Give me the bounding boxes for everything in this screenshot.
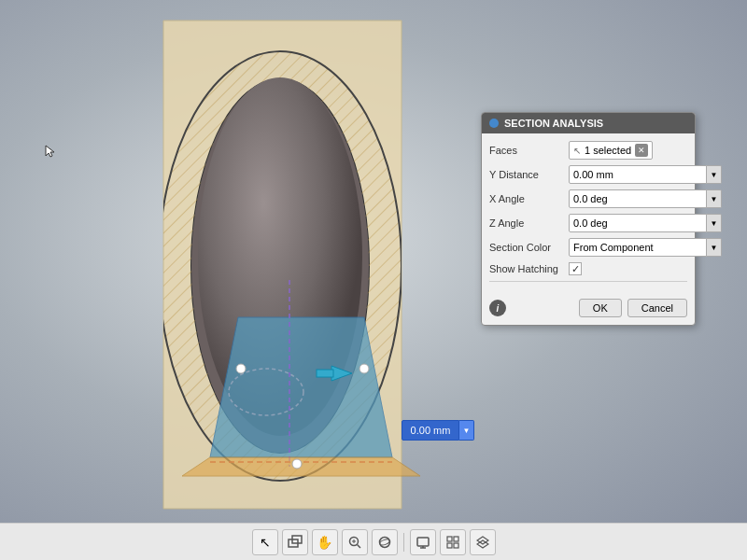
y-distance-row: Y Distance 0.00 mm ▼ xyxy=(489,165,687,184)
section-color-label: Section Color xyxy=(489,242,569,253)
svg-rect-34 xyxy=(454,543,458,548)
y-distance-dropdown[interactable]: ▼ xyxy=(707,165,722,184)
value-input-dropdown[interactable]: ▼ xyxy=(459,420,474,441)
x-angle-row: X Angle 0.0 deg ▼ xyxy=(489,189,687,208)
svg-rect-14 xyxy=(317,370,333,377)
section-color-dropdown[interactable]: ▼ xyxy=(707,238,722,257)
z-angle-value: 0.0 deg ▼ xyxy=(569,214,722,232)
faces-selected-display[interactable]: ↖ 1 selected ✕ xyxy=(569,141,653,160)
info-button[interactable]: i xyxy=(489,300,506,316)
cancel-button[interactable]: Cancel xyxy=(627,299,687,317)
divider xyxy=(489,281,687,282)
svg-point-16 xyxy=(359,364,369,373)
svg-rect-31 xyxy=(447,537,452,541)
svg-rect-33 xyxy=(447,543,452,548)
faces-clear-button[interactable]: ✕ xyxy=(635,144,648,157)
pan-tool-button[interactable]: ✋ xyxy=(312,529,338,555)
x-angle-label: X Angle xyxy=(489,193,569,204)
section-color-row: Section Color From Component ▼ xyxy=(489,238,687,257)
section-color-input[interactable]: From Component xyxy=(569,238,707,257)
svg-marker-9 xyxy=(210,317,392,457)
x-angle-input[interactable]: 0.0 deg xyxy=(569,189,707,208)
orbit-tool-button[interactable] xyxy=(372,529,398,555)
z-angle-dropdown[interactable]: ▼ xyxy=(707,214,722,232)
z-angle-row: Z Angle 0.0 deg ▼ xyxy=(489,214,687,232)
faces-value: ↖ 1 selected ✕ xyxy=(569,141,687,160)
x-angle-dropdown[interactable]: ▼ xyxy=(707,189,722,208)
svg-point-26 xyxy=(379,537,389,547)
grid-tool-button[interactable] xyxy=(440,529,466,555)
dialog-action-buttons: OK Cancel xyxy=(579,299,687,317)
y-distance-input[interactable]: 0.00 mm xyxy=(569,165,707,184)
dialog-title: SECTION ANALYSIS xyxy=(504,118,603,129)
component-tool-button[interactable] xyxy=(282,529,308,555)
svg-point-17 xyxy=(292,459,302,469)
svg-rect-32 xyxy=(454,537,458,541)
svg-marker-19 xyxy=(46,146,54,157)
show-hatching-value: ✓ xyxy=(569,262,687,275)
zoom-tool-button[interactable] xyxy=(342,529,368,555)
z-angle-input[interactable]: 0.0 deg xyxy=(569,214,707,232)
dialog-footer: i OK Cancel xyxy=(482,295,695,325)
faces-label: Faces xyxy=(489,145,569,156)
toolbar-separator-1 xyxy=(403,533,404,552)
display-tool-button[interactable] xyxy=(410,529,436,555)
value-input-area: 0.00 mm ▼ xyxy=(402,420,474,441)
select-tool-button[interactable]: ↖ xyxy=(252,529,278,555)
section-analysis-dialog: SECTION ANALYSIS Faces ↖ 1 selected ✕ Y … xyxy=(481,112,696,326)
show-hatching-label: Show Hatching xyxy=(489,263,569,274)
section-color-value: From Component ▼ xyxy=(569,238,722,257)
value-input[interactable]: 0.00 mm xyxy=(402,420,459,441)
svg-rect-28 xyxy=(417,538,429,546)
dialog-status-icon xyxy=(489,119,499,128)
y-distance-value: 0.00 mm ▼ xyxy=(569,165,722,184)
x-angle-value: 0.0 deg ▼ xyxy=(569,189,722,208)
show-hatching-checkbox[interactable]: ✓ xyxy=(569,262,582,275)
dialog-body: Faces ↖ 1 selected ✕ Y Distance 0.00 mm … xyxy=(482,133,695,295)
svg-line-23 xyxy=(357,544,360,548)
faces-row: Faces ↖ 1 selected ✕ xyxy=(489,141,687,160)
faces-selected-text: 1 selected xyxy=(585,145,631,156)
y-distance-label: Y Distance xyxy=(489,169,569,180)
dialog-titlebar: SECTION ANALYSIS xyxy=(482,113,695,133)
show-hatching-row: Show Hatching ✓ xyxy=(489,262,687,275)
z-angle-label: Z Angle xyxy=(489,217,569,229)
viewport: 0.00 mm ▼ SECTION ANALYSIS Faces ↖ 1 sel… xyxy=(0,0,747,523)
mouse-cursor xyxy=(45,145,58,158)
layer-tool-button[interactable] xyxy=(470,529,496,555)
toolbar: ↖ ✋ xyxy=(0,523,747,560)
svg-point-15 xyxy=(236,364,246,373)
cursor-icon: ↖ xyxy=(573,146,581,156)
ok-button[interactable]: OK xyxy=(579,299,622,317)
